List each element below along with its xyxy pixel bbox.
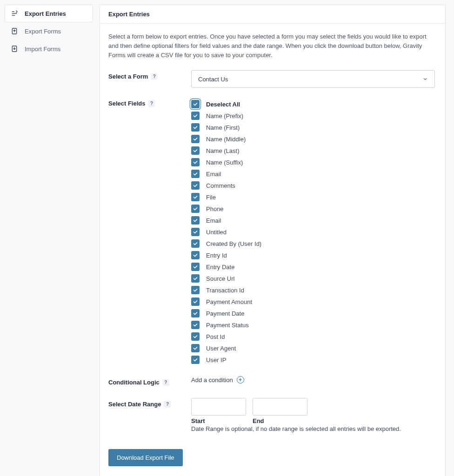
- field-checkbox[interactable]: [191, 309, 200, 317]
- field-label: Source Url: [206, 275, 234, 282]
- row-select-fields: Select Fields ? Deselect AllName (Prefix…: [108, 100, 435, 364]
- help-icon[interactable]: ?: [164, 401, 171, 408]
- field-row: User Agent: [191, 344, 435, 352]
- field-checkbox[interactable]: [191, 344, 200, 352]
- field-label: Payment Date: [206, 310, 244, 317]
- add-condition-button[interactable]: Add a condition +: [191, 376, 244, 383]
- field-checkbox[interactable]: [191, 135, 200, 143]
- label-start: Start: [191, 417, 246, 424]
- field-checkbox[interactable]: [191, 298, 200, 306]
- field-checkbox[interactable]: [191, 239, 200, 248]
- date-range-note: Date Range is optional, if no date range…: [191, 425, 435, 432]
- field-checkbox[interactable]: [191, 158, 200, 166]
- label-conditional-logic: Conditional Logic: [108, 379, 160, 386]
- help-icon[interactable]: ?: [162, 379, 169, 386]
- field-label: Name (Prefix): [206, 112, 243, 119]
- download-button[interactable]: Download Export File: [108, 449, 183, 466]
- field-label: Transaction Id: [206, 287, 244, 294]
- field-row: Payment Status: [191, 321, 435, 329]
- date-end-input[interactable]: [253, 398, 307, 416]
- field-checkbox[interactable]: [191, 251, 200, 259]
- import-forms-icon: [11, 45, 18, 53]
- select-all-row: Deselect All: [191, 100, 435, 108]
- field-checkbox[interactable]: [191, 286, 200, 294]
- field-checkbox[interactable]: [191, 332, 200, 341]
- field-row: Name (Prefix): [191, 112, 435, 120]
- field-checkbox[interactable]: [191, 274, 200, 283]
- description-text: Select a form below to export entries. O…: [108, 32, 435, 60]
- field-checkbox[interactable]: [191, 205, 200, 213]
- field-row: Comments: [191, 181, 435, 190]
- row-date-range: Select Date Range ? Start End: [108, 398, 435, 432]
- sidebar-item-export-entries[interactable]: Export Entries: [5, 5, 93, 22]
- sidebar-item-label: Export Forms: [25, 28, 61, 35]
- field-checklist: Deselect AllName (Prefix)Name (First)Nam…: [191, 100, 435, 364]
- plus-icon: +: [237, 376, 244, 383]
- field-row: Untitled: [191, 228, 435, 236]
- field-checkbox[interactable]: [191, 170, 200, 178]
- sidebar: Export EntriesExport FormsImport Forms: [5, 5, 93, 476]
- field-label: Email: [206, 171, 221, 178]
- export-entries-icon: [11, 10, 18, 17]
- select-all-checkbox[interactable]: [191, 100, 200, 108]
- field-label: Payment Status: [206, 322, 249, 329]
- field-checkbox[interactable]: [191, 356, 200, 364]
- field-checkbox[interactable]: [191, 216, 200, 225]
- label-select-fields: Select Fields: [108, 100, 145, 107]
- field-label: Untitled: [206, 229, 227, 236]
- help-icon[interactable]: ?: [151, 73, 158, 80]
- field-label: Entry Date: [206, 264, 234, 271]
- field-row: Email: [191, 170, 435, 178]
- field-label: Post Id: [206, 333, 225, 340]
- date-start-input[interactable]: [191, 398, 246, 416]
- field-row: Transaction Id: [191, 286, 435, 294]
- field-checkbox[interactable]: [191, 123, 200, 132]
- field-checkbox[interactable]: [191, 321, 200, 329]
- field-row: Payment Amount: [191, 298, 435, 306]
- row-conditional-logic: Conditional Logic ? Add a condition +: [108, 376, 435, 386]
- form-select[interactable]: Contact Us: [191, 70, 435, 88]
- field-row: Phone: [191, 205, 435, 213]
- label-date-range: Select Date Range: [108, 401, 161, 408]
- form-select-value: Contact Us: [198, 76, 228, 83]
- field-row: Name (Middle): [191, 135, 435, 143]
- field-row: Entry Id: [191, 251, 435, 259]
- field-label: Comments: [206, 182, 235, 189]
- page-title: Export Entries: [100, 5, 445, 24]
- field-row: Payment Date: [191, 309, 435, 317]
- chevron-down-icon: [422, 76, 428, 82]
- field-checkbox[interactable]: [191, 181, 200, 190]
- row-select-form: Select a Form ? Contact Us: [108, 70, 435, 88]
- field-checkbox[interactable]: [191, 112, 200, 120]
- field-row: Email: [191, 216, 435, 225]
- field-row: Entry Date: [191, 263, 435, 271]
- label-select-form: Select a Form: [108, 73, 148, 80]
- help-icon[interactable]: ?: [148, 100, 155, 107]
- field-row: Created By (User Id): [191, 239, 435, 248]
- main-card: Export Entries Select a form below to ex…: [100, 5, 446, 476]
- field-label: Entry Id: [206, 252, 227, 259]
- field-checkbox[interactable]: [191, 263, 200, 271]
- field-label: User IP: [206, 357, 226, 364]
- label-end: End: [253, 417, 307, 424]
- field-row: Post Id: [191, 332, 435, 341]
- field-label: Name (First): [206, 124, 240, 131]
- field-row: Name (First): [191, 123, 435, 132]
- field-label: Email: [206, 217, 221, 224]
- sidebar-item-import-forms[interactable]: Import Forms: [5, 40, 93, 58]
- field-row: User IP: [191, 356, 435, 364]
- add-condition-label: Add a condition: [191, 377, 233, 383]
- field-label: Payment Amount: [206, 298, 252, 305]
- sidebar-item-label: Export Entries: [25, 10, 66, 17]
- field-label: User Agent: [206, 345, 236, 352]
- field-checkbox[interactable]: [191, 193, 200, 201]
- field-checkbox[interactable]: [191, 228, 200, 236]
- field-row: File: [191, 193, 435, 201]
- field-label: Created By (User Id): [206, 240, 261, 247]
- field-row: Name (Suffix): [191, 158, 435, 166]
- field-label: Name (Last): [206, 147, 240, 154]
- field-label: Phone: [206, 205, 224, 212]
- field-checkbox[interactable]: [191, 146, 200, 155]
- sidebar-item-export-forms[interactable]: Export Forms: [5, 22, 93, 40]
- field-label: Name (Middle): [206, 136, 246, 143]
